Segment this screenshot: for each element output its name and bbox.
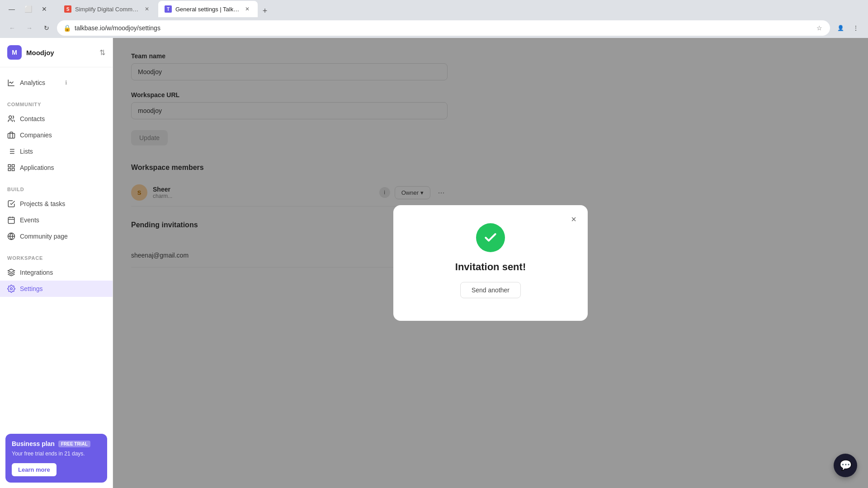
build-section-label: BUILD xyxy=(0,187,113,196)
sidebar-item-companies[interactable]: Companies xyxy=(0,127,113,143)
contacts-icon xyxy=(7,115,15,123)
workspace-name: Moodjoy xyxy=(26,49,54,56)
business-plan-card: Business plan FREE TRIAL Your free trial… xyxy=(5,434,107,483)
success-icon xyxy=(476,223,505,252)
sidebar-expand-icon[interactable]: ⇅ xyxy=(99,48,105,57)
sidebar-item-contacts-label: Contacts xyxy=(20,115,105,122)
sidebar-header: M Moodjoy ⇅ xyxy=(0,38,113,67)
sidebar-item-settings-label: Settings xyxy=(20,285,105,292)
community-section-label: COMMUNITY xyxy=(0,102,113,111)
workspace-avatar: M xyxy=(7,45,22,60)
sidebar-item-analytics[interactable]: Analytics ℹ xyxy=(0,75,113,91)
svg-point-0 xyxy=(9,116,12,118)
browser-chrome: — ⬜ ✕ S Simplify Digital Community Ma...… xyxy=(0,0,868,38)
learn-more-button[interactable]: Learn more xyxy=(12,463,57,476)
community-page-icon xyxy=(7,232,15,240)
tabs-bar: S Simplify Digital Community Ma... ✕ T G… xyxy=(54,1,275,17)
sidebar-item-analytics-label: Analytics xyxy=(20,79,61,86)
sidebar-item-community-page-label: Community page xyxy=(20,233,105,240)
window-controls[interactable]: — ⬜ ✕ xyxy=(5,3,51,15)
tab-simplify[interactable]: S Simplify Digital Community Ma... ✕ xyxy=(58,1,157,17)
new-tab-button[interactable]: + xyxy=(259,5,271,17)
sidebar-item-applications[interactable]: Applications xyxy=(0,160,113,176)
svg-rect-12 xyxy=(8,217,14,224)
tab-close-2[interactable]: ✕ xyxy=(243,5,251,13)
sidebar-item-events[interactable]: Events xyxy=(0,212,113,228)
checkmark-icon xyxy=(483,230,498,245)
plan-badge: FREE TRIAL xyxy=(58,441,90,447)
applications-icon xyxy=(7,164,15,172)
integrations-icon xyxy=(7,268,15,277)
chat-icon: 💬 xyxy=(840,460,852,471)
sidebar-footer: Business plan FREE TRIAL Your free trial… xyxy=(0,428,113,488)
tab-label-1: Simplify Digital Community Ma... xyxy=(75,6,139,13)
close-window-button[interactable]: ✕ xyxy=(38,3,51,15)
sidebar-item-events-label: Events xyxy=(20,216,105,224)
titlebar: — ⬜ ✕ S Simplify Digital Community Ma...… xyxy=(0,0,868,18)
sidebar-item-integrations[interactable]: Integrations xyxy=(0,264,113,281)
send-another-button[interactable]: Send another xyxy=(460,282,521,298)
lock-icon: 🔒 xyxy=(63,24,71,32)
svg-rect-1 xyxy=(8,133,15,138)
sidebar-item-integrations-label: Integrations xyxy=(20,269,105,276)
sidebar-section-analytics: Analytics ℹ xyxy=(0,67,113,94)
bookmark-icon[interactable]: ☆ xyxy=(815,23,824,33)
settings-icon xyxy=(7,285,15,293)
modal-title: Invitation sent! xyxy=(455,261,526,273)
menu-button[interactable]: ⋮ xyxy=(849,21,863,35)
companies-icon xyxy=(7,131,15,139)
minimize-button[interactable]: — xyxy=(5,3,18,15)
tab-label-2: General settings | Talkbase.io xyxy=(175,6,240,13)
svg-point-18 xyxy=(10,288,13,290)
profile-button[interactable]: 👤 xyxy=(834,21,847,35)
svg-rect-10 xyxy=(8,169,10,171)
address-text: talkbase.io/w/moodjoy/settings xyxy=(75,24,811,32)
plan-header: Business plan FREE TRIAL xyxy=(12,440,101,447)
sidebar-item-settings[interactable]: Settings xyxy=(0,281,113,297)
workspace-info: M Moodjoy xyxy=(7,45,54,60)
chat-widget[interactable]: 💬 xyxy=(834,454,857,477)
modal: × Invitation sent! Send another xyxy=(393,205,588,321)
sidebar-section-build: BUILD Projects & tasks Events Community … xyxy=(0,179,113,248)
sidebar-item-lists[interactable]: Lists xyxy=(0,143,113,160)
svg-rect-9 xyxy=(12,164,14,167)
sidebar-item-contacts[interactable]: Contacts xyxy=(0,111,113,127)
lists-icon xyxy=(7,147,15,155)
back-button[interactable]: ← xyxy=(5,21,19,35)
tab-talkbase[interactable]: T General settings | Talkbase.io ✕ xyxy=(158,1,258,17)
events-icon xyxy=(7,216,15,224)
browser-actions: 👤 ⋮ xyxy=(834,21,863,35)
modal-close-button[interactable]: × xyxy=(567,212,580,226)
plan-title: Business plan xyxy=(12,440,55,447)
address-bar[interactable]: 🔒 talkbase.io/w/moodjoy/settings ☆ xyxy=(57,20,830,36)
analytics-info-icon: ℹ xyxy=(65,80,106,86)
sidebar: M Moodjoy ⇅ Analytics ℹ COMMUNITY Contac… xyxy=(0,38,113,488)
sidebar-item-applications-label: Applications xyxy=(20,164,105,171)
app: M Moodjoy ⇅ Analytics ℹ COMMUNITY Contac… xyxy=(0,38,868,488)
omnibar: ← → ↻ 🔒 talkbase.io/w/moodjoy/settings ☆… xyxy=(0,18,868,38)
reload-button[interactable]: ↻ xyxy=(40,21,53,35)
svg-rect-11 xyxy=(12,169,14,171)
sidebar-section-workspace: WORKSPACE Integrations Settings xyxy=(0,248,113,300)
sidebar-item-companies-label: Companies xyxy=(20,131,105,139)
main-area: Team name Workspace URL Update Workspace… xyxy=(113,38,868,488)
plan-desc: Your free trial ends in 21 days. xyxy=(12,450,101,458)
tab-favicon-1: S xyxy=(64,5,71,13)
address-icons: ☆ xyxy=(815,23,824,33)
modal-overlay[interactable]: × Invitation sent! Send another xyxy=(113,38,868,488)
workspace-section-label: WORKSPACE xyxy=(0,255,113,264)
maximize-button[interactable]: ⬜ xyxy=(22,3,34,15)
sidebar-item-lists-label: Lists xyxy=(20,148,105,155)
tab-favicon-2: T xyxy=(165,5,172,13)
sidebar-item-community-page[interactable]: Community page xyxy=(0,228,113,244)
sidebar-section-community: COMMUNITY Contacts Companies Lists Appli… xyxy=(0,94,113,179)
sidebar-item-projects[interactable]: Projects & tasks xyxy=(0,196,113,212)
svg-rect-8 xyxy=(8,164,10,167)
forward-button[interactable]: → xyxy=(23,21,36,35)
analytics-icon xyxy=(7,79,15,87)
sidebar-item-projects-label: Projects & tasks xyxy=(20,200,105,207)
projects-icon xyxy=(7,200,15,208)
tab-close-1[interactable]: ✕ xyxy=(143,5,151,13)
